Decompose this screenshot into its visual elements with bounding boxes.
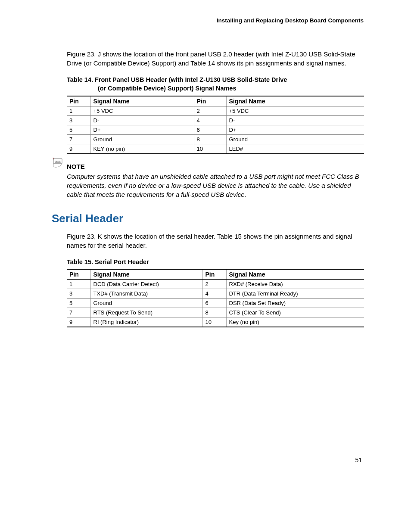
table14: Pin Signal Name Pin Signal Name 1 +5 VDC… [67, 96, 364, 154]
cell-pin-b: 10 [194, 144, 226, 154]
table15: Pin Signal Name Pin Signal Name 1 DCD (D… [67, 269, 364, 327]
th-sig-a: Signal Name [90, 269, 202, 280]
cell-pin-a: 7 [67, 308, 90, 317]
page: Installing and Replacing Desktop Board C… [0, 17, 411, 464]
th-sig-b: Signal Name [226, 269, 364, 280]
intro-paragraph-1: Figure 23, J shows the location of the f… [67, 50, 364, 68]
th-pin-a: Pin [67, 269, 90, 280]
cell-pin-a: 9 [67, 144, 90, 154]
cell-sig-b: DSR (Data Set Ready) [226, 298, 364, 308]
cell-pin-b: 4 [194, 115, 226, 125]
cell-pin-b: 10 [202, 317, 226, 327]
note-heading: NOTE [67, 163, 364, 170]
cell-sig-a: TXD# (Transmit Data) [90, 289, 202, 298]
table-row: 5 D+ 6 D+ [67, 125, 364, 134]
table14-caption-line1: Table 14. Front Panel USB Header (with I… [67, 76, 287, 83]
cell-sig-a: RI (Ring Indicator) [90, 317, 202, 327]
cell-sig-b: +5 VDC [226, 106, 364, 115]
cell-pin-b: 6 [202, 298, 226, 308]
cell-pin-b: 8 [202, 308, 226, 317]
cell-pin-b: 4 [202, 289, 226, 298]
cell-sig-b: CTS (Clear To Send) [226, 308, 364, 317]
cell-sig-b: D+ [226, 125, 364, 134]
section-heading-serial: Serial Header [52, 212, 364, 225]
cell-sig-b: Key (no pin) [226, 317, 364, 327]
th-pin-b: Pin [202, 269, 226, 280]
cell-sig-a: KEY (no pin) [90, 144, 194, 154]
cell-pin-a: 1 [67, 279, 90, 289]
table15-caption: Table 15. Serial Port Header [67, 258, 364, 266]
th-pin-a: Pin [67, 96, 90, 106]
table-row: 5 Ground 6 DSR (Data Set Ready) [67, 298, 364, 308]
cell-pin-a: 9 [67, 317, 90, 327]
cell-sig-a: +5 VDC [90, 106, 194, 115]
th-sig-a: Signal Name [90, 96, 194, 106]
table14-caption-line2: (or Compatible Device) Support) Signal N… [67, 84, 364, 93]
th-pin-b: Pin [194, 96, 226, 106]
cell-pin-a: 3 [67, 115, 90, 125]
cell-pin-b: 8 [194, 134, 226, 144]
note-block: NOTE NOTE Computer systems that have an … [67, 163, 364, 199]
cell-sig-b: D- [226, 115, 364, 125]
intro-paragraph-2: Figure 23, K shows the location of the s… [67, 232, 364, 250]
table-row: 3 D- 4 D- [67, 115, 364, 125]
table-row: 1 DCD (Data Carrier Detect) 2 RXD# (Rece… [67, 279, 364, 289]
table-row: 9 RI (Ring Indicator) 10 Key (no pin) [67, 317, 364, 327]
cell-sig-b: Ground [226, 134, 364, 144]
table-row: 7 Ground 8 Ground [67, 134, 364, 144]
cell-sig-a: D- [90, 115, 194, 125]
cell-sig-a: RTS (Request To Send) [90, 308, 202, 317]
cell-sig-a: D+ [90, 125, 194, 134]
table-row: 9 KEY (no pin) 10 LED# [67, 144, 364, 154]
table-row: 1 +5 VDC 2 +5 VDC [67, 106, 364, 115]
table-row: 7 RTS (Request To Send) 8 CTS (Clear To … [67, 308, 364, 317]
cell-sig-b: LED# [226, 144, 364, 154]
svg-text:NOTE: NOTE [55, 160, 60, 162]
note-icon: NOTE [52, 158, 65, 172]
th-sig-b: Signal Name [226, 96, 364, 106]
cell-pin-a: 5 [67, 298, 90, 308]
cell-pin-a: 1 [67, 106, 90, 115]
table-header-row: Pin Signal Name Pin Signal Name [67, 269, 364, 280]
table-header-row: Pin Signal Name Pin Signal Name [67, 96, 364, 106]
cell-pin-a: 7 [67, 134, 90, 144]
cell-pin-b: 6 [194, 125, 226, 134]
cell-pin-a: 3 [67, 289, 90, 298]
table14-caption: Table 14. Front Panel USB Header (with I… [67, 75, 364, 93]
running-header: Installing and Replacing Desktop Board C… [52, 17, 364, 24]
cell-pin-b: 2 [194, 106, 226, 115]
table-row: 3 TXD# (Transmit Data) 4 DTR (Data Termi… [67, 289, 364, 298]
cell-sig-a: Ground [90, 298, 202, 308]
note-body: Computer systems that have an unshielded… [67, 172, 364, 199]
cell-sig-a: Ground [90, 134, 194, 144]
page-number: 51 [52, 457, 364, 464]
cell-sig-b: DTR (Data Terminal Ready) [226, 289, 364, 298]
cell-pin-a: 5 [67, 125, 90, 134]
svg-rect-3 [53, 158, 54, 159]
cell-pin-b: 2 [202, 279, 226, 289]
cell-sig-b: RXD# (Receive Data) [226, 279, 364, 289]
cell-sig-a: DCD (Data Carrier Detect) [90, 279, 202, 289]
